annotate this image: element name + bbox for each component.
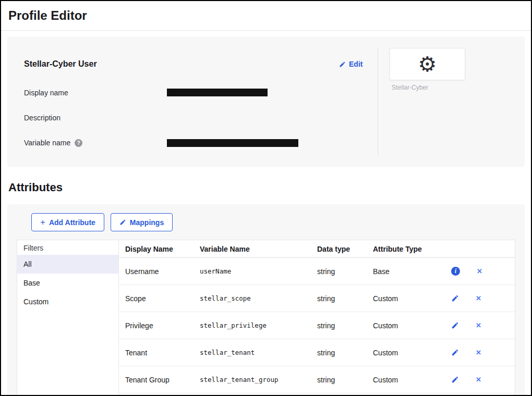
cell-data-type: string [311, 376, 367, 384]
variable-name-label: Variable name ? [24, 139, 82, 147]
cell-display-name: Tenant [119, 349, 194, 357]
cell-display-name: Tenant Group [119, 376, 194, 384]
row-actions: ✕ [445, 349, 515, 356]
cell-variable-name: stellar_tenant_group [194, 376, 311, 383]
column-header-variable-name: Variable Name [194, 245, 311, 253]
cell-attribute-type: Custom [367, 349, 445, 357]
attributes-heading: Attributes [8, 180, 531, 195]
app-logo-tile: ⚙ [390, 48, 465, 80]
attributes-panel: + Add Attribute Mappings Filters All Bas… [7, 204, 525, 395]
cell-display-name: Scope [119, 294, 194, 303]
display-name-value-redacted [167, 89, 268, 96]
mappings-label: Mappings [130, 218, 164, 227]
cell-attribute-type: Custom [367, 376, 445, 384]
pencil-icon [339, 61, 346, 68]
add-attribute-label: Add Attribute [49, 218, 95, 227]
attributes-table: Display Name Variable Name Data type Att… [119, 240, 515, 395]
filters-heading: Filters [17, 240, 118, 255]
attributes-toolbar: + Add Attribute Mappings [31, 213, 515, 231]
info-icon[interactable]: i [451, 267, 460, 276]
gear-icon: ⚙ [418, 54, 437, 75]
cell-display-name: Username [119, 267, 194, 276]
cell-data-type: string [311, 321, 367, 330]
close-icon[interactable]: ✕ [476, 349, 481, 356]
cell-data-type: string [311, 294, 367, 303]
close-icon[interactable]: ✕ [477, 268, 482, 275]
column-header-attribute-type: Attribute Type [367, 245, 445, 253]
profile-editor-page: Profile Editor Stellar-Cyber User Edit D… [0, 0, 532, 396]
column-header-display-name: Display Name [119, 245, 194, 253]
partial-next-row [119, 393, 515, 395]
attributes-content: Filters All Base Custom Display Name Var… [17, 240, 515, 395]
cell-data-type: string [311, 267, 367, 276]
close-icon[interactable]: ✕ [476, 322, 481, 329]
table-row: Scope stellar_scope string Custom ✕ [119, 285, 515, 312]
mappings-button[interactable]: Mappings [111, 213, 173, 231]
cell-variable-name: stellar_scope [194, 294, 311, 302]
row-actions: ✕ [445, 294, 515, 302]
row-actions: ✕ [445, 376, 515, 383]
edit-pencil-icon[interactable] [451, 376, 459, 383]
close-icon[interactable]: ✕ [476, 295, 481, 302]
cell-attribute-type: Custom [367, 294, 445, 303]
edit-pencil-icon[interactable] [451, 349, 459, 356]
cell-variable-name: stellar_privilege [194, 321, 311, 329]
app-tile-label: Stellar-Cyber [392, 84, 428, 91]
table-row: Privilege stellar_privilege string Custo… [119, 312, 515, 339]
row-actions: i ✕ [445, 267, 515, 276]
row-actions: ✕ [445, 321, 515, 329]
add-attribute-button[interactable]: + Add Attribute [31, 213, 104, 231]
close-icon[interactable]: ✕ [476, 376, 481, 383]
edit-pencil-icon[interactable] [451, 294, 459, 302]
cell-display-name: Privilege [119, 321, 194, 330]
profile-name-heading: Stellar-Cyber User [24, 59, 97, 69]
variable-name-label-text: Variable name [24, 139, 70, 147]
filter-item-all[interactable]: All [17, 255, 118, 274]
table-header-row: Display Name Variable Name Data type Att… [119, 240, 515, 258]
cell-attribute-type: Base [367, 267, 445, 276]
filter-item-custom[interactable]: Custom [17, 292, 118, 311]
table-row: Tenant stellar_tenant string Custom ✕ [119, 339, 515, 366]
display-name-label: Display name [24, 89, 68, 97]
pencil-icon [119, 219, 126, 226]
description-label: Description [24, 114, 61, 122]
column-header-data-type: Data type [311, 245, 367, 253]
page-header: Profile Editor [1, 1, 531, 31]
filters-sidebar: Filters All Base Custom [17, 240, 119, 395]
cell-attribute-type: Custom [367, 321, 445, 330]
filter-item-base[interactable]: Base [17, 274, 118, 292]
profile-edit-button[interactable]: Edit [339, 60, 362, 68]
profile-summary-card: Stellar-Cyber User Edit Display name Des… [7, 36, 525, 167]
cell-variable-name: userName [194, 267, 311, 275]
plus-icon: + [40, 218, 45, 227]
page-title: Profile Editor [8, 8, 87, 23]
variable-name-value-redacted [167, 139, 298, 147]
vertical-divider [378, 48, 378, 155]
cell-data-type: string [311, 349, 367, 357]
cell-variable-name: stellar_tenant [194, 349, 311, 356]
edit-pencil-icon[interactable] [451, 321, 459, 329]
table-row: Tenant Group stellar_tenant_group string… [119, 366, 515, 393]
edit-label: Edit [349, 60, 362, 68]
help-icon[interactable]: ? [75, 139, 82, 147]
table-row: Username userName string Base i ✕ [119, 258, 515, 285]
